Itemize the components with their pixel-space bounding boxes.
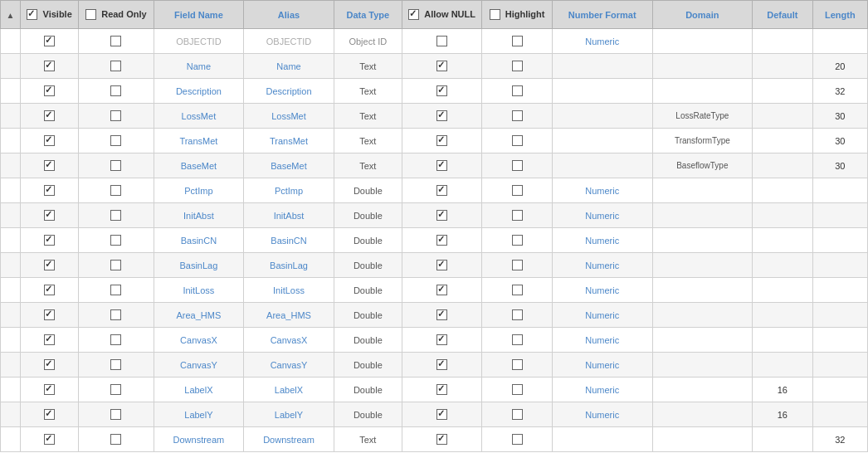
- readonly-cell[interactable]: [79, 303, 154, 328]
- readonly-checkbox[interactable]: [110, 160, 121, 171]
- highlight-cell[interactable]: [482, 129, 552, 153]
- visible-checkbox[interactable]: [44, 36, 55, 46]
- highlight-header-checkbox[interactable]: [490, 9, 500, 20]
- table-row[interactable]: TransMetTransMetTextTransformType30: [1, 129, 868, 153]
- table-row[interactable]: BaseMetBaseMetTextBaseflowType30: [1, 153, 868, 178]
- visible-checkbox[interactable]: [44, 85, 55, 96]
- highlight-checkbox[interactable]: [512, 85, 523, 96]
- highlight-checkbox[interactable]: [512, 334, 523, 345]
- domain-header[interactable]: Domain: [652, 1, 753, 29]
- visible-checkbox[interactable]: [44, 61, 55, 71]
- allownull-checkbox[interactable]: [436, 434, 447, 445]
- highlight-cell[interactable]: [482, 253, 552, 278]
- allownull-cell[interactable]: [402, 278, 482, 303]
- readonly-checkbox[interactable]: [110, 309, 121, 320]
- numformat-header[interactable]: Number Format: [552, 1, 652, 29]
- highlight-cell[interactable]: [482, 79, 552, 104]
- allownull-checkbox[interactable]: [436, 135, 447, 146]
- table-row[interactable]: LossMetLossMetTextLossRateType30: [1, 104, 868, 129]
- readonly-cell[interactable]: [79, 178, 154, 203]
- highlight-checkbox[interactable]: [512, 309, 523, 320]
- readonly-cell[interactable]: [79, 427, 154, 452]
- allownull-checkbox[interactable]: [436, 309, 447, 320]
- allownull-header-checkbox[interactable]: [408, 9, 419, 20]
- readonly-checkbox[interactable]: [110, 434, 121, 445]
- allownull-checkbox[interactable]: [436, 334, 447, 345]
- allownull-cell[interactable]: [402, 253, 482, 278]
- allownull-checkbox[interactable]: [436, 260, 447, 270]
- visible-cell[interactable]: [21, 104, 79, 129]
- visible-cell[interactable]: [21, 153, 79, 178]
- table-row[interactable]: CanvasYCanvasYDoubleNumeric: [1, 353, 868, 378]
- readonly-cell[interactable]: [79, 153, 154, 178]
- sort-arrow-header[interactable]: ▲: [1, 1, 21, 29]
- highlight-checkbox[interactable]: [512, 260, 523, 270]
- allownull-cell[interactable]: [402, 153, 482, 178]
- visible-checkbox[interactable]: [44, 384, 55, 395]
- visible-checkbox[interactable]: [44, 185, 55, 196]
- allownull-checkbox[interactable]: [436, 285, 447, 295]
- readonly-header[interactable]: Read Only: [79, 1, 154, 29]
- readonly-checkbox[interactable]: [110, 409, 121, 420]
- visible-cell[interactable]: [21, 203, 79, 228]
- table-row[interactable]: InitAbstInitAbstDoubleNumeric: [1, 203, 868, 228]
- highlight-cell[interactable]: [482, 178, 552, 203]
- allownull-cell[interactable]: [402, 79, 482, 104]
- highlight-cell[interactable]: [482, 353, 552, 378]
- visible-checkbox[interactable]: [44, 210, 55, 221]
- readonly-cell[interactable]: [79, 228, 154, 253]
- highlight-checkbox[interactable]: [512, 36, 523, 46]
- highlight-checkbox[interactable]: [512, 384, 523, 395]
- visible-cell[interactable]: [21, 278, 79, 303]
- visible-checkbox[interactable]: [44, 260, 55, 270]
- readonly-cell[interactable]: [79, 328, 154, 353]
- readonly-checkbox[interactable]: [110, 61, 121, 71]
- readonly-cell[interactable]: [79, 378, 154, 402]
- highlight-cell[interactable]: [482, 104, 552, 129]
- allownull-cell[interactable]: [402, 303, 482, 328]
- allownull-cell[interactable]: [402, 29, 482, 54]
- table-row[interactable]: DownstreamDownstreamText32: [1, 427, 868, 452]
- default-header[interactable]: Default: [753, 1, 812, 29]
- visible-cell[interactable]: [21, 228, 79, 253]
- visible-cell[interactable]: [21, 54, 79, 79]
- allownull-cell[interactable]: [402, 203, 482, 228]
- highlight-cell[interactable]: [482, 402, 552, 427]
- visible-cell[interactable]: [21, 427, 79, 452]
- allownull-cell[interactable]: [402, 353, 482, 378]
- highlight-checkbox[interactable]: [512, 160, 523, 171]
- readonly-checkbox[interactable]: [110, 85, 121, 96]
- highlight-checkbox[interactable]: [512, 359, 523, 370]
- allownull-checkbox[interactable]: [436, 160, 447, 171]
- visible-checkbox[interactable]: [44, 409, 55, 420]
- allownull-header[interactable]: Allow NULL: [402, 1, 482, 29]
- visible-cell[interactable]: [21, 29, 79, 54]
- allownull-checkbox[interactable]: [436, 61, 447, 71]
- visible-checkbox[interactable]: [44, 285, 55, 295]
- visible-cell[interactable]: [21, 129, 79, 153]
- table-row[interactable]: PctImpPctImpDoubleNumeric: [1, 178, 868, 203]
- highlight-cell[interactable]: [482, 203, 552, 228]
- visible-checkbox[interactable]: [44, 235, 55, 246]
- allownull-checkbox[interactable]: [436, 235, 447, 246]
- readonly-cell[interactable]: [79, 79, 154, 104]
- allownull-cell[interactable]: [402, 228, 482, 253]
- visible-checkbox[interactable]: [44, 110, 55, 121]
- highlight-checkbox[interactable]: [512, 285, 523, 295]
- allownull-cell[interactable]: [402, 427, 482, 452]
- visible-cell[interactable]: [21, 402, 79, 427]
- highlight-checkbox[interactable]: [512, 185, 523, 196]
- highlight-cell[interactable]: [482, 303, 552, 328]
- allownull-cell[interactable]: [402, 328, 482, 353]
- readonly-cell[interactable]: [79, 29, 154, 54]
- highlight-checkbox[interactable]: [512, 61, 523, 71]
- allownull-checkbox[interactable]: [436, 185, 447, 196]
- visible-cell[interactable]: [21, 79, 79, 104]
- visible-header-checkbox[interactable]: [27, 9, 37, 20]
- allownull-cell[interactable]: [402, 178, 482, 203]
- readonly-cell[interactable]: [79, 104, 154, 129]
- visible-checkbox[interactable]: [44, 334, 55, 345]
- alias-header[interactable]: Alias: [244, 1, 334, 29]
- allownull-checkbox[interactable]: [436, 409, 447, 420]
- readonly-cell[interactable]: [79, 54, 154, 79]
